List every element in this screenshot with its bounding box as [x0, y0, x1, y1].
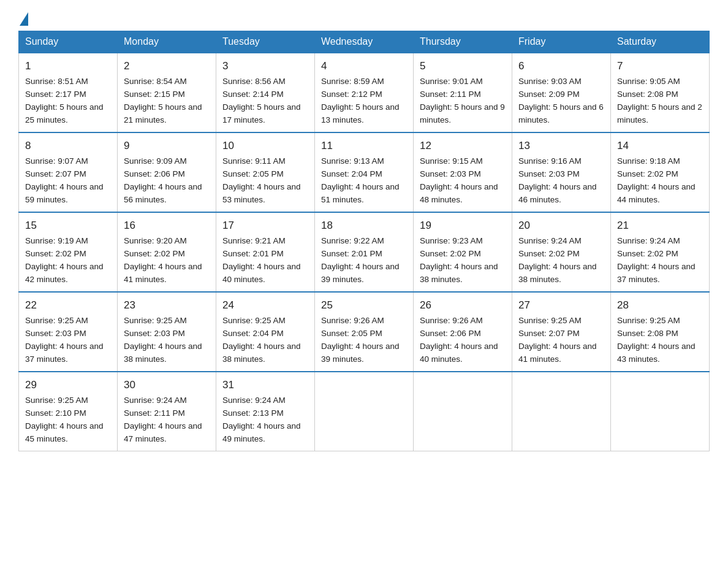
sunrise-label: Sunrise: 9:09 AM	[124, 156, 187, 166]
sunset-label: Sunset: 2:07 PM	[518, 329, 580, 338]
daylight-label: Daylight: 4 hours and 44 minutes.	[617, 182, 696, 204]
sunrise-label: Sunrise: 9:22 AM	[321, 236, 384, 245]
daylight-label: Daylight: 4 hours and 46 minutes.	[518, 182, 597, 204]
sunrise-label: Sunrise: 9:13 AM	[321, 156, 384, 166]
day-number: 1	[25, 58, 111, 74]
sunset-label: Sunset: 2:06 PM	[124, 169, 185, 178]
sunrise-label: Sunrise: 9:24 AM	[617, 236, 680, 245]
calendar-week-row: 22Sunrise: 9:25 AMSunset: 2:03 PMDayligh…	[19, 292, 710, 372]
calendar-cell: 19Sunrise: 9:23 AMSunset: 2:02 PMDayligh…	[414, 212, 512, 292]
calendar-cell: 24Sunrise: 9:25 AMSunset: 2:04 PMDayligh…	[216, 292, 315, 372]
sunrise-label: Sunrise: 9:24 AM	[222, 396, 286, 405]
logo-triangle-icon	[20, 12, 28, 26]
sunset-label: Sunset: 2:11 PM	[420, 90, 481, 99]
sunset-label: Sunset: 2:03 PM	[25, 329, 86, 338]
column-header-saturday: Saturday	[611, 31, 710, 53]
calendar-cell: 10Sunrise: 9:11 AMSunset: 2:05 PMDayligh…	[216, 132, 315, 212]
sunset-label: Sunset: 2:11 PM	[124, 408, 185, 418]
daylight-label: Daylight: 4 hours and 38 minutes.	[518, 262, 597, 284]
day-number: 9	[124, 138, 210, 154]
sunrise-label: Sunrise: 9:25 AM	[222, 316, 286, 325]
day-number: 10	[222, 138, 308, 154]
sunrise-label: Sunrise: 9:24 AM	[518, 236, 582, 245]
daylight-label: Daylight: 5 hours and 9 minutes.	[420, 102, 505, 124]
calendar-cell: 9Sunrise: 9:09 AMSunset: 2:06 PMDaylight…	[118, 132, 216, 212]
day-number: 19	[420, 218, 506, 234]
column-header-tuesday: Tuesday	[216, 31, 315, 53]
daylight-label: Daylight: 4 hours and 42 minutes.	[25, 262, 104, 284]
daylight-label: Daylight: 4 hours and 43 minutes.	[617, 342, 696, 364]
daylight-label: Daylight: 4 hours and 45 minutes.	[25, 421, 104, 443]
logo	[18, 12, 28, 25]
day-number: 11	[321, 138, 407, 154]
sunset-label: Sunset: 2:12 PM	[321, 90, 382, 99]
sunset-label: Sunset: 2:09 PM	[518, 90, 580, 99]
sunrise-label: Sunrise: 9:21 AM	[222, 236, 286, 245]
day-number: 17	[222, 218, 308, 234]
calendar-week-row: 8Sunrise: 9:07 AMSunset: 2:07 PMDaylight…	[19, 132, 710, 212]
sunrise-label: Sunrise: 9:11 AM	[222, 156, 286, 166]
sunrise-label: Sunrise: 9:16 AM	[518, 156, 582, 166]
calendar-cell: 28Sunrise: 9:25 AMSunset: 2:08 PMDayligh…	[611, 292, 710, 372]
sunset-label: Sunset: 2:04 PM	[222, 329, 284, 338]
daylight-label: Daylight: 4 hours and 40 minutes.	[222, 262, 301, 284]
calendar-cell: 17Sunrise: 9:21 AMSunset: 2:01 PMDayligh…	[216, 212, 315, 292]
calendar-cell: 21Sunrise: 9:24 AMSunset: 2:02 PMDayligh…	[611, 212, 710, 292]
sunrise-label: Sunrise: 9:25 AM	[518, 316, 582, 325]
day-number: 6	[518, 58, 604, 74]
day-number: 7	[617, 58, 703, 74]
day-number: 23	[124, 297, 210, 313]
calendar-table: SundayMondayTuesdayWednesdayThursdayFrid…	[18, 31, 710, 451]
day-number: 2	[124, 58, 210, 74]
sunrise-label: Sunrise: 9:24 AM	[124, 396, 187, 405]
calendar-cell: 14Sunrise: 9:18 AMSunset: 2:02 PMDayligh…	[611, 132, 710, 212]
daylight-label: Daylight: 4 hours and 41 minutes.	[518, 342, 597, 364]
sunset-label: Sunset: 2:02 PM	[518, 249, 580, 258]
calendar-week-row: 1Sunrise: 8:51 AMSunset: 2:17 PMDaylight…	[19, 53, 710, 132]
calendar-cell: 12Sunrise: 9:15 AMSunset: 2:03 PMDayligh…	[414, 132, 512, 212]
day-number: 12	[420, 138, 506, 154]
sunset-label: Sunset: 2:02 PM	[25, 249, 86, 258]
daylight-label: Daylight: 4 hours and 41 minutes.	[124, 262, 202, 284]
day-number: 25	[321, 297, 407, 313]
calendar-header-row: SundayMondayTuesdayWednesdayThursdayFrid…	[19, 31, 710, 53]
day-number: 3	[222, 58, 308, 74]
sunset-label: Sunset: 2:05 PM	[321, 329, 382, 338]
sunrise-label: Sunrise: 9:07 AM	[25, 156, 88, 166]
sunset-label: Sunset: 2:01 PM	[321, 249, 382, 258]
day-number: 18	[321, 218, 407, 234]
calendar-cell: 27Sunrise: 9:25 AMSunset: 2:07 PMDayligh…	[512, 292, 611, 372]
daylight-label: Daylight: 5 hours and 2 minutes.	[617, 102, 702, 124]
sunrise-label: Sunrise: 9:15 AM	[420, 156, 483, 166]
sunset-label: Sunset: 2:04 PM	[321, 169, 382, 178]
sunset-label: Sunset: 2:15 PM	[124, 90, 185, 99]
sunrise-label: Sunrise: 9:03 AM	[518, 77, 582, 86]
calendar-cell: 3Sunrise: 8:56 AMSunset: 2:14 PMDaylight…	[216, 53, 315, 132]
calendar-cell: 7Sunrise: 9:05 AMSunset: 2:08 PMDaylight…	[611, 53, 710, 132]
day-number: 29	[25, 377, 111, 393]
calendar-cell: 30Sunrise: 9:24 AMSunset: 2:11 PMDayligh…	[118, 372, 216, 451]
column-header-monday: Monday	[118, 31, 216, 53]
calendar-cell	[611, 372, 710, 451]
daylight-label: Daylight: 4 hours and 37 minutes.	[617, 262, 696, 284]
column-header-friday: Friday	[512, 31, 611, 53]
daylight-label: Daylight: 5 hours and 17 minutes.	[222, 102, 301, 124]
calendar-week-row: 29Sunrise: 9:25 AMSunset: 2:10 PMDayligh…	[19, 372, 710, 451]
daylight-label: Daylight: 4 hours and 38 minutes.	[222, 342, 301, 364]
day-number: 13	[518, 138, 604, 154]
day-number: 4	[321, 58, 407, 74]
calendar-cell: 2Sunrise: 8:54 AMSunset: 2:15 PMDaylight…	[118, 53, 216, 132]
day-number: 22	[25, 297, 111, 313]
daylight-label: Daylight: 4 hours and 53 minutes.	[222, 182, 301, 204]
sunrise-label: Sunrise: 8:51 AM	[25, 77, 88, 86]
sunset-label: Sunset: 2:17 PM	[25, 90, 86, 99]
day-number: 15	[25, 218, 111, 234]
sunset-label: Sunset: 2:03 PM	[124, 329, 185, 338]
day-number: 21	[617, 218, 703, 234]
calendar-cell: 15Sunrise: 9:19 AMSunset: 2:02 PMDayligh…	[19, 212, 118, 292]
sunset-label: Sunset: 2:07 PM	[25, 169, 86, 178]
day-number: 8	[25, 138, 111, 154]
daylight-label: Daylight: 4 hours and 51 minutes.	[321, 182, 400, 204]
day-number: 31	[222, 377, 308, 393]
calendar-cell: 4Sunrise: 8:59 AMSunset: 2:12 PMDaylight…	[315, 53, 414, 132]
